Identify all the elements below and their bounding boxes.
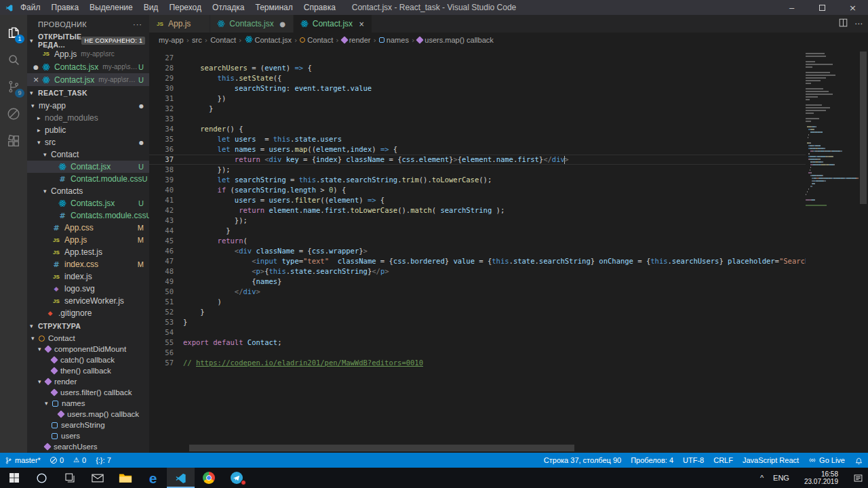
code-line[interactable]: 34 render() { xyxy=(149,124,806,134)
code-line[interactable]: 37 return <div key = {index} className =… xyxy=(149,155,806,165)
status-error[interactable]: 0 xyxy=(45,456,68,465)
menu-item[interactable]: Переход xyxy=(163,3,207,12)
outline-item[interactable]: ▾names xyxy=(27,398,149,409)
horizontal-scrollbar[interactable] xyxy=(183,445,804,451)
tray-clock[interactable]: 16:58 23.07.2019 xyxy=(794,468,848,488)
open-editor-item[interactable]: ×Contact.jsxmy-app\src\...U xyxy=(27,73,149,86)
tab-contacts-jsx[interactable]: Contacts.jsx● xyxy=(210,15,293,33)
outline-item[interactable]: searchString xyxy=(27,420,149,430)
folder-item[interactable]: ▸public xyxy=(27,124,149,136)
explorer-section-header[interactable]: ▾ REACT_TASK xyxy=(27,86,149,100)
file-item[interactable]: JSApp.test.js xyxy=(27,246,149,258)
code-editor[interactable]: 2728 searchUsers = (event) => {29 this.s… xyxy=(149,47,868,453)
vertical-scrollbar-thumb[interactable] xyxy=(860,52,867,204)
code-line[interactable]: 50 </div> xyxy=(149,287,806,297)
file-item[interactable]: ◆.gitignore xyxy=(27,307,149,319)
search-icon[interactable] xyxy=(28,468,56,488)
code-line[interactable]: 33 xyxy=(149,114,806,124)
maximize-button[interactable] xyxy=(807,0,837,15)
close-icon[interactable]: × xyxy=(31,75,41,84)
activity-extensions-icon[interactable] xyxy=(0,127,27,155)
status-utf-8[interactable]: UTF-8 xyxy=(678,456,709,464)
horizontal-scrollbar-thumb[interactable] xyxy=(189,445,574,451)
menu-item[interactable]: Терминал xyxy=(250,3,298,12)
file-item[interactable]: #index.cssM xyxy=(27,258,149,270)
code-line[interactable]: 40 if (searchString.length > 0) { xyxy=(149,185,806,195)
status--7[interactable]: {:}: 7 xyxy=(91,456,116,465)
code-line[interactable]: 43 }); xyxy=(149,216,806,226)
folder-item[interactable]: ▾src● xyxy=(27,136,149,148)
more-actions-icon[interactable]: ⋯ xyxy=(854,19,863,28)
file-item[interactable]: #Contact.module.cssU xyxy=(27,173,149,185)
more-actions-icon[interactable]: ··· xyxy=(133,20,142,28)
breadcrumb-item[interactable]: Contact xyxy=(300,36,333,44)
folder-item[interactable]: ▸node_modules xyxy=(27,112,149,124)
file-item[interactable]: ◆logo.svg xyxy=(27,283,149,295)
code-line[interactable]: 51 ) xyxy=(149,297,806,307)
breadcrumb-item[interactable]: src xyxy=(192,36,202,44)
telegram-icon[interactable] xyxy=(222,468,250,488)
close-button[interactable]: × xyxy=(837,0,868,15)
vertical-scrollbar[interactable] xyxy=(859,47,868,453)
status-branch[interactable]: master* xyxy=(0,456,45,465)
outline-item[interactable]: ▾Contact xyxy=(27,333,149,344)
code-line[interactable]: 57// https://codepen.io/eladrin201/pen/M… xyxy=(149,358,806,368)
status-bell[interactable] xyxy=(850,456,868,465)
mail-icon[interactable] xyxy=(83,468,111,488)
code-line[interactable]: 52 } xyxy=(149,307,806,317)
code-line[interactable]: 42 return element.name.first.toLowerCase… xyxy=(149,205,806,216)
menu-item[interactable]: Отладка xyxy=(207,3,250,12)
status-пробелов-4[interactable]: Пробелов: 4 xyxy=(626,456,678,464)
status-broadcast[interactable]: Go Live xyxy=(804,456,850,464)
file-item[interactable]: Contact.jsxU xyxy=(27,161,149,173)
code-line[interactable]: 53} xyxy=(149,317,806,327)
code-line[interactable]: 35 let users = this.state.users xyxy=(149,134,806,144)
file-item[interactable]: JSApp.jsM xyxy=(27,234,149,246)
start-icon[interactable] xyxy=(0,468,28,488)
open-editor-item[interactable]: JSApp.jsmy-app\src xyxy=(27,47,149,60)
outline-item[interactable]: users xyxy=(27,430,149,441)
action-center-icon[interactable] xyxy=(848,468,868,488)
tray-expand-icon[interactable]: ^ xyxy=(755,468,768,488)
outline-item[interactable]: users.filter() callback xyxy=(27,387,149,398)
outline-item[interactable]: ▾componentDidMount xyxy=(27,344,149,354)
menu-item[interactable]: Справка xyxy=(298,3,341,12)
breadcrumb-item[interactable]: my-app xyxy=(159,36,184,44)
open-editors-header[interactable]: ▾ ОТКРЫТЫЕ РЕДА... НЕ СОХРАНЕНО: 1 xyxy=(27,34,149,47)
menu-item[interactable]: Правка xyxy=(46,3,85,12)
file-item[interactable]: #App.cssM xyxy=(27,222,149,234)
status-crlf[interactable]: CRLF xyxy=(709,456,738,464)
code-line[interactable]: 55export default Contact; xyxy=(149,338,806,348)
language-indicator[interactable]: ENG xyxy=(768,468,794,488)
breadcrumb-item[interactable]: render xyxy=(342,36,371,44)
file-item[interactable]: Contacts.jsxU xyxy=(27,197,149,209)
outline-item[interactable]: ▾render xyxy=(27,376,149,387)
activity-debug-icon[interactable] xyxy=(0,100,27,127)
code-line[interactable]: 49 {names} xyxy=(149,277,806,287)
activity-source-control-icon[interactable]: 9 xyxy=(0,73,27,100)
code-line[interactable]: 45 return( xyxy=(149,236,806,246)
edge-icon[interactable]: e xyxy=(139,468,167,488)
menu-item[interactable]: Файл xyxy=(15,3,46,12)
breadcrumb-item[interactable]: users.map() callback xyxy=(417,36,493,44)
outline-section-header[interactable]: ▾ СТРУКТУРА xyxy=(27,319,149,333)
code-line[interactable]: 31 }) xyxy=(149,94,806,104)
explorer-icon[interactable] xyxy=(111,468,139,488)
folder-item[interactable]: ▾my-app● xyxy=(27,100,149,112)
code-line[interactable]: 47 <input type="text" className = {css.b… xyxy=(149,256,806,266)
code-line[interactable]: 41 users = users.filter((element) => { xyxy=(149,195,806,205)
code-line[interactable]: 54 xyxy=(149,327,806,338)
outline-item[interactable]: catch() callback xyxy=(27,354,149,365)
vscode-icon[interactable] xyxy=(167,468,195,488)
activity-search-icon[interactable] xyxy=(0,46,27,73)
code-line[interactable]: 48 <p>{this.state.searchString}</p> xyxy=(149,266,806,277)
file-item[interactable]: JSserviceWorker.js xyxy=(27,295,149,307)
menu-item[interactable]: Выделение xyxy=(84,3,138,12)
code-line[interactable]: 27 xyxy=(149,53,806,63)
tab-contact-jsx[interactable]: Contact.jsx× xyxy=(294,15,372,33)
outline-item[interactable]: users.map() callback xyxy=(27,409,149,420)
code-line[interactable]: 56 xyxy=(149,348,806,358)
status-строка-37-столбец-90[interactable]: Строка 37, столбец 90 xyxy=(539,456,626,464)
code-line[interactable]: 44 } xyxy=(149,226,806,236)
code-line[interactable]: 38 }); xyxy=(149,165,806,175)
